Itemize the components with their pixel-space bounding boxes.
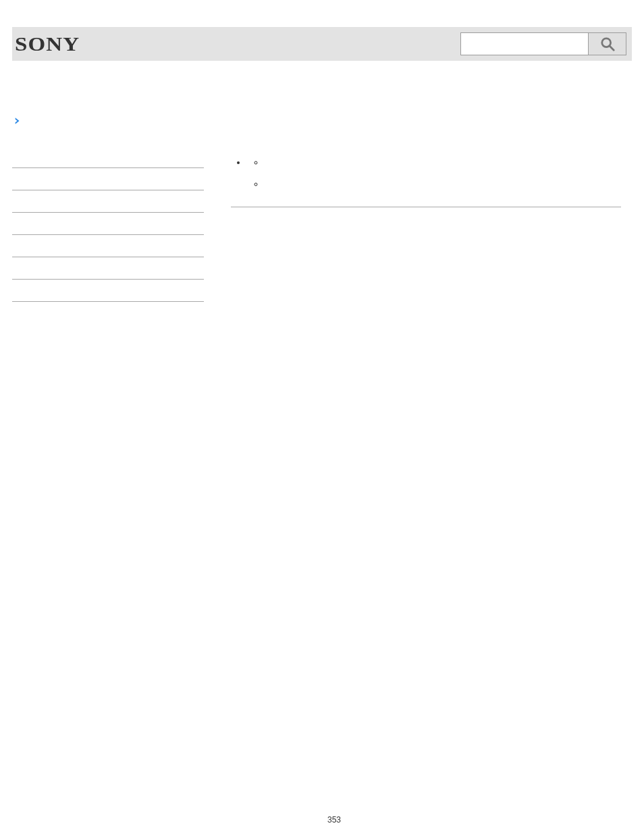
sidebar-item[interactable] [12, 213, 204, 235]
svg-line-1 [609, 46, 613, 50]
sidebar-item[interactable] [12, 280, 204, 302]
sidebar-item[interactable] [12, 146, 204, 168]
content-list [247, 151, 632, 194]
page-number: 353 [12, 815, 644, 825]
columns [12, 146, 632, 302]
search-input[interactable] [460, 32, 589, 55]
page-root: SONY [0, 0, 644, 834]
header-bar: SONY [12, 27, 632, 61]
sidebar [12, 146, 204, 302]
search-icon [600, 36, 615, 51]
list-item [247, 151, 632, 194]
chevron-right-icon[interactable] [12, 115, 22, 127]
sidebar-item[interactable] [12, 235, 204, 257]
brand-logo: SONY [15, 32, 80, 55]
main-content [231, 146, 632, 302]
search-button[interactable] [589, 32, 626, 55]
back-row [12, 115, 632, 127]
sublist-item [265, 173, 632, 194]
content-divider [231, 207, 621, 207]
sidebar-item[interactable] [12, 257, 204, 280]
content-sublist [265, 151, 632, 194]
search-wrap [460, 32, 626, 55]
sidebar-item[interactable] [12, 168, 204, 190]
sidebar-item[interactable] [12, 190, 204, 213]
sublist-item [265, 151, 632, 173]
